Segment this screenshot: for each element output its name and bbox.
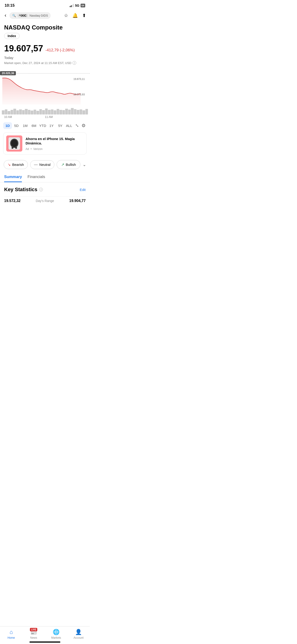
signal-bar-1 — [70, 6, 70, 7]
vol-bar — [42, 110, 45, 114]
ad-image-svg — [6, 136, 22, 152]
status-time: 10:15 — [4, 3, 14, 8]
chart-reference-line: 20.020,36 — [0, 71, 90, 75]
chart-lower-label: 19.573,93 — [74, 93, 85, 96]
network-type: 5G — [75, 4, 80, 7]
ad-content: Ahorra en el iPhone 15. Magia Dinámica. … — [26, 136, 84, 151]
back-button[interactable]: ‹ — [4, 12, 7, 19]
signal-bars — [70, 4, 74, 7]
key-stats-edit-button[interactable]: Edit — [80, 188, 86, 192]
time-btn-5y[interactable]: 5Y — [56, 122, 65, 129]
vol-bar — [68, 110, 71, 114]
vol-bar — [74, 109, 77, 114]
sentiment-chevron-icon[interactable]: ⌄ — [83, 162, 86, 167]
nav-actions: ☆ 🔔 ⬆ — [64, 13, 86, 18]
vol-bar — [34, 110, 36, 114]
vol-bar — [16, 110, 19, 114]
expand-icon[interactable]: ⤡ — [74, 122, 80, 129]
svg-point-5 — [15, 147, 17, 149]
time-label-10am: 10 AM — [4, 116, 45, 118]
key-stats-section: Key Statistics i Edit 19.572,32 Day's Ra… — [0, 182, 90, 205]
time-btn-6m[interactable]: 6M — [30, 122, 38, 129]
price-section: 19.607,57 -412,79 (-2,06%) Today Market … — [0, 44, 90, 66]
bullish-icon: ↗ — [61, 162, 64, 167]
vol-bar — [30, 110, 34, 114]
chart-upper-label: 19.873,11 — [74, 78, 85, 80]
settings-icon[interactable]: ⚙ — [80, 122, 86, 129]
svg-point-3 — [11, 140, 18, 147]
stats-day-range-label: Day's Range — [36, 199, 54, 203]
ad-title: Ahorra en el iPhone 15. Magia Dinámica. — [26, 136, 84, 146]
price-meta: Market open, Dec 27, 2024 at 11:15 AM ES… — [4, 61, 86, 65]
time-btn-ytd[interactable]: YTD — [38, 122, 47, 129]
time-label-11am: 11 AM — [45, 116, 86, 118]
nav-bar: ‹ 🔍 ^IXIC Nasdaq GIDS ☆ 🔔 ⬆ — [0, 10, 90, 21]
signal-bar-2 — [71, 5, 72, 7]
search-icon: 🔍 — [12, 14, 16, 17]
vol-bar — [51, 110, 54, 114]
key-stats-title-text: Key Statistics — [4, 186, 37, 192]
vol-bar — [80, 110, 82, 114]
bearish-icon: ↘ — [8, 162, 10, 167]
time-btn-1m[interactable]: 1M — [21, 122, 30, 129]
ad-banner[interactable]: Ahorra en el iPhone 15. Magia Dinámica. … — [3, 132, 86, 154]
vol-bar — [13, 109, 16, 114]
tab-summary[interactable]: Summary — [4, 174, 22, 182]
bullish-button[interactable]: ↗ Bullish — [57, 160, 80, 169]
tabs-row: Summary Financials — [0, 173, 90, 182]
time-btn-1d[interactable]: 1D — [3, 122, 12, 129]
status-icons: 5G 64 — [70, 4, 85, 7]
signal-bar-3 — [72, 4, 73, 7]
key-stats-title-row: Key Statistics i — [4, 186, 43, 192]
bottom-spacer — [0, 205, 90, 228]
search-label: Nasdaq GIDS — [30, 14, 48, 17]
sentiment-row: ↘ Bearish — Neutral ↗ Bullish ⌄ — [0, 158, 90, 173]
time-btn-1y[interactable]: 1Y — [47, 122, 56, 129]
vol-bar — [8, 111, 10, 114]
battery-icon: 64 — [80, 4, 85, 7]
vol-bar — [62, 110, 65, 114]
vol-bar — [65, 109, 68, 114]
time-btn-5d[interactable]: 5D — [12, 122, 21, 129]
alert-icon[interactable]: 🔔 — [72, 13, 78, 18]
ad-meta: Ad • Verizon — [26, 148, 84, 151]
status-bar: 10:15 5G 64 — [0, 0, 90, 10]
chart-time-labels: 10 AM 11 AM — [0, 114, 90, 118]
market-info-icon[interactable]: i — [72, 61, 76, 65]
bearish-label: Bearish — [12, 162, 24, 166]
stats-row-day-range: 19.572,32 Day's Range 19.904,77 — [4, 196, 86, 205]
vol-bar — [25, 109, 28, 114]
watchlist-icon[interactable]: ☆ — [64, 13, 68, 18]
vol-bar — [22, 110, 25, 114]
stock-header: NASDAQ Composite Index — [0, 21, 90, 44]
search-pill[interactable]: 🔍 ^IXIC Nasdaq GIDS — [10, 12, 51, 19]
key-stats-info-icon[interactable]: i — [39, 188, 43, 192]
vol-bar — [39, 109, 42, 114]
vol-bar — [60, 110, 62, 114]
price-period: Today — [4, 56, 13, 60]
ad-advertiser: Verizon — [34, 148, 42, 151]
vol-bar — [82, 110, 85, 114]
tab-financials[interactable]: Financials — [28, 174, 45, 182]
bearish-button[interactable]: ↘ Bearish — [4, 160, 28, 169]
neutral-icon: — — [34, 162, 38, 167]
bullish-label: Bullish — [66, 162, 76, 166]
vol-bar — [86, 109, 88, 114]
time-btn-all[interactable]: ALL — [65, 122, 74, 129]
vol-bar — [2, 110, 4, 114]
ad-image — [6, 136, 22, 152]
neutral-button[interactable]: — Neutral — [30, 160, 54, 169]
price-change: -412,79 (-2,06%) — [45, 48, 75, 52]
stats-high-value: 19.904,77 — [69, 199, 86, 203]
time-range-bar: 1D 5D 1M 6M YTD 1Y 5Y ALL ⤡ ⚙ — [0, 118, 90, 132]
price-main: 19.607,57 — [4, 44, 43, 54]
volume-bars — [0, 108, 90, 114]
search-ticker: ^IXIC — [17, 14, 28, 18]
vol-bar — [19, 110, 22, 114]
ad-label: Ad — [26, 148, 29, 151]
chart-area-fill — [2, 78, 80, 104]
neutral-label: Neutral — [39, 162, 50, 166]
stock-name: NASDAQ Composite — [4, 24, 86, 31]
share-icon[interactable]: ⬆ — [82, 13, 86, 18]
ad-separator: • — [30, 148, 32, 151]
